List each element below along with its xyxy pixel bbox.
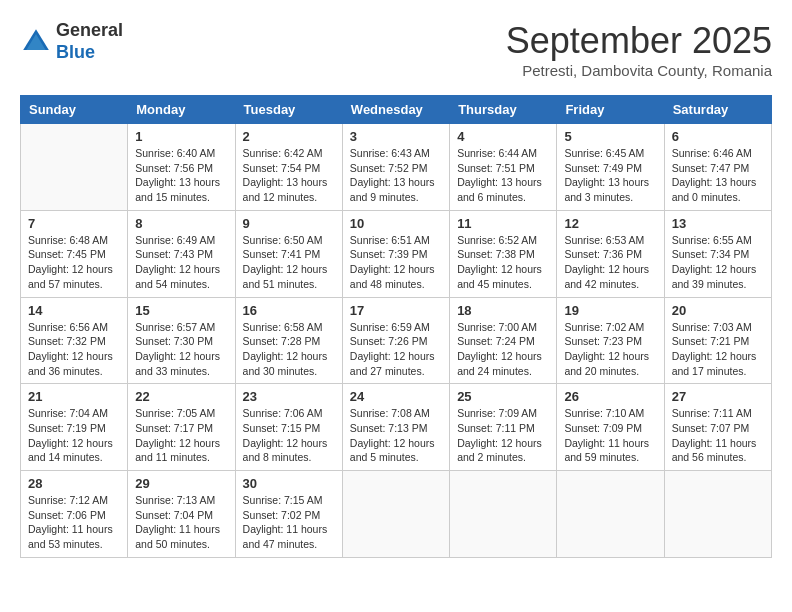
day-number: 24 <box>350 389 442 404</box>
day-info: Sunrise: 6:53 AMSunset: 7:36 PMDaylight:… <box>564 233 656 292</box>
day-info: Sunrise: 6:40 AMSunset: 7:56 PMDaylight:… <box>135 146 227 205</box>
calendar-week-row: 21Sunrise: 7:04 AMSunset: 7:19 PMDayligh… <box>21 384 772 471</box>
day-number: 17 <box>350 303 442 318</box>
day-info: Sunrise: 6:50 AMSunset: 7:41 PMDaylight:… <box>243 233 335 292</box>
calendar-week-row: 28Sunrise: 7:12 AMSunset: 7:06 PMDayligh… <box>21 471 772 558</box>
day-number: 15 <box>135 303 227 318</box>
calendar-cell: 2Sunrise: 6:42 AMSunset: 7:54 PMDaylight… <box>235 124 342 211</box>
calendar-week-row: 14Sunrise: 6:56 AMSunset: 7:32 PMDayligh… <box>21 297 772 384</box>
day-number: 2 <box>243 129 335 144</box>
day-info: Sunrise: 6:56 AMSunset: 7:32 PMDaylight:… <box>28 320 120 379</box>
day-number: 7 <box>28 216 120 231</box>
day-number: 10 <box>350 216 442 231</box>
day-number: 28 <box>28 476 120 491</box>
calendar-cell: 12Sunrise: 6:53 AMSunset: 7:36 PMDayligh… <box>557 210 664 297</box>
day-number: 26 <box>564 389 656 404</box>
calendar-cell: 22Sunrise: 7:05 AMSunset: 7:17 PMDayligh… <box>128 384 235 471</box>
day-info: Sunrise: 6:51 AMSunset: 7:39 PMDaylight:… <box>350 233 442 292</box>
day-info: Sunrise: 6:45 AMSunset: 7:49 PMDaylight:… <box>564 146 656 205</box>
day-number: 25 <box>457 389 549 404</box>
calendar-cell: 16Sunrise: 6:58 AMSunset: 7:28 PMDayligh… <box>235 297 342 384</box>
day-number: 1 <box>135 129 227 144</box>
calendar-cell: 26Sunrise: 7:10 AMSunset: 7:09 PMDayligh… <box>557 384 664 471</box>
weekday-header: Friday <box>557 96 664 124</box>
calendar-cell: 7Sunrise: 6:48 AMSunset: 7:45 PMDaylight… <box>21 210 128 297</box>
calendar-cell <box>557 471 664 558</box>
day-number: 23 <box>243 389 335 404</box>
calendar-week-row: 7Sunrise: 6:48 AMSunset: 7:45 PMDaylight… <box>21 210 772 297</box>
day-info: Sunrise: 6:55 AMSunset: 7:34 PMDaylight:… <box>672 233 764 292</box>
day-info: Sunrise: 6:48 AMSunset: 7:45 PMDaylight:… <box>28 233 120 292</box>
calendar-cell: 8Sunrise: 6:49 AMSunset: 7:43 PMDaylight… <box>128 210 235 297</box>
day-info: Sunrise: 7:03 AMSunset: 7:21 PMDaylight:… <box>672 320 764 379</box>
calendar-cell: 9Sunrise: 6:50 AMSunset: 7:41 PMDaylight… <box>235 210 342 297</box>
weekday-header: Sunday <box>21 96 128 124</box>
day-info: Sunrise: 6:58 AMSunset: 7:28 PMDaylight:… <box>243 320 335 379</box>
day-number: 29 <box>135 476 227 491</box>
calendar-cell: 25Sunrise: 7:09 AMSunset: 7:11 PMDayligh… <box>450 384 557 471</box>
calendar-cell <box>664 471 771 558</box>
day-number: 19 <box>564 303 656 318</box>
day-number: 5 <box>564 129 656 144</box>
calendar-cell <box>21 124 128 211</box>
day-info: Sunrise: 7:12 AMSunset: 7:06 PMDaylight:… <box>28 493 120 552</box>
day-info: Sunrise: 7:02 AMSunset: 7:23 PMDaylight:… <box>564 320 656 379</box>
calendar-cell: 18Sunrise: 7:00 AMSunset: 7:24 PMDayligh… <box>450 297 557 384</box>
day-info: Sunrise: 7:04 AMSunset: 7:19 PMDaylight:… <box>28 406 120 465</box>
calendar-cell: 17Sunrise: 6:59 AMSunset: 7:26 PMDayligh… <box>342 297 449 384</box>
logo: General Blue <box>20 20 123 63</box>
day-number: 13 <box>672 216 764 231</box>
day-number: 14 <box>28 303 120 318</box>
calendar-table: SundayMondayTuesdayWednesdayThursdayFrid… <box>20 95 772 558</box>
day-info: Sunrise: 6:49 AMSunset: 7:43 PMDaylight:… <box>135 233 227 292</box>
day-number: 30 <box>243 476 335 491</box>
title-block: September 2025 Petresti, Dambovita Count… <box>506 20 772 79</box>
day-info: Sunrise: 6:42 AMSunset: 7:54 PMDaylight:… <box>243 146 335 205</box>
day-info: Sunrise: 7:05 AMSunset: 7:17 PMDaylight:… <box>135 406 227 465</box>
logo-text: General Blue <box>56 20 123 63</box>
calendar-week-row: 1Sunrise: 6:40 AMSunset: 7:56 PMDaylight… <box>21 124 772 211</box>
calendar-cell: 30Sunrise: 7:15 AMSunset: 7:02 PMDayligh… <box>235 471 342 558</box>
page-header: General Blue September 2025 Petresti, Da… <box>20 20 772 79</box>
day-info: Sunrise: 6:44 AMSunset: 7:51 PMDaylight:… <box>457 146 549 205</box>
day-number: 16 <box>243 303 335 318</box>
day-info: Sunrise: 7:10 AMSunset: 7:09 PMDaylight:… <box>564 406 656 465</box>
day-number: 21 <box>28 389 120 404</box>
day-info: Sunrise: 6:52 AMSunset: 7:38 PMDaylight:… <box>457 233 549 292</box>
logo-icon <box>20 26 52 58</box>
day-info: Sunrise: 7:06 AMSunset: 7:15 PMDaylight:… <box>243 406 335 465</box>
calendar-cell: 27Sunrise: 7:11 AMSunset: 7:07 PMDayligh… <box>664 384 771 471</box>
calendar-cell <box>342 471 449 558</box>
calendar-cell: 6Sunrise: 6:46 AMSunset: 7:47 PMDaylight… <box>664 124 771 211</box>
calendar-cell: 29Sunrise: 7:13 AMSunset: 7:04 PMDayligh… <box>128 471 235 558</box>
calendar-cell: 19Sunrise: 7:02 AMSunset: 7:23 PMDayligh… <box>557 297 664 384</box>
day-info: Sunrise: 7:00 AMSunset: 7:24 PMDaylight:… <box>457 320 549 379</box>
day-number: 6 <box>672 129 764 144</box>
calendar-cell: 3Sunrise: 6:43 AMSunset: 7:52 PMDaylight… <box>342 124 449 211</box>
day-info: Sunrise: 7:11 AMSunset: 7:07 PMDaylight:… <box>672 406 764 465</box>
calendar-cell: 23Sunrise: 7:06 AMSunset: 7:15 PMDayligh… <box>235 384 342 471</box>
calendar-cell: 4Sunrise: 6:44 AMSunset: 7:51 PMDaylight… <box>450 124 557 211</box>
calendar-cell: 1Sunrise: 6:40 AMSunset: 7:56 PMDaylight… <box>128 124 235 211</box>
day-number: 8 <box>135 216 227 231</box>
calendar-cell <box>450 471 557 558</box>
calendar-cell: 15Sunrise: 6:57 AMSunset: 7:30 PMDayligh… <box>128 297 235 384</box>
weekday-header: Saturday <box>664 96 771 124</box>
day-number: 3 <box>350 129 442 144</box>
day-info: Sunrise: 6:57 AMSunset: 7:30 PMDaylight:… <box>135 320 227 379</box>
calendar-cell: 20Sunrise: 7:03 AMSunset: 7:21 PMDayligh… <box>664 297 771 384</box>
day-number: 22 <box>135 389 227 404</box>
calendar-cell: 28Sunrise: 7:12 AMSunset: 7:06 PMDayligh… <box>21 471 128 558</box>
weekday-header: Thursday <box>450 96 557 124</box>
day-number: 12 <box>564 216 656 231</box>
day-number: 27 <box>672 389 764 404</box>
calendar-cell: 11Sunrise: 6:52 AMSunset: 7:38 PMDayligh… <box>450 210 557 297</box>
calendar-cell: 10Sunrise: 6:51 AMSunset: 7:39 PMDayligh… <box>342 210 449 297</box>
day-info: Sunrise: 7:09 AMSunset: 7:11 PMDaylight:… <box>457 406 549 465</box>
calendar-cell: 5Sunrise: 6:45 AMSunset: 7:49 PMDaylight… <box>557 124 664 211</box>
day-info: Sunrise: 6:46 AMSunset: 7:47 PMDaylight:… <box>672 146 764 205</box>
logo-general: General <box>56 20 123 42</box>
location: Petresti, Dambovita County, Romania <box>506 62 772 79</box>
day-number: 18 <box>457 303 549 318</box>
day-info: Sunrise: 6:59 AMSunset: 7:26 PMDaylight:… <box>350 320 442 379</box>
